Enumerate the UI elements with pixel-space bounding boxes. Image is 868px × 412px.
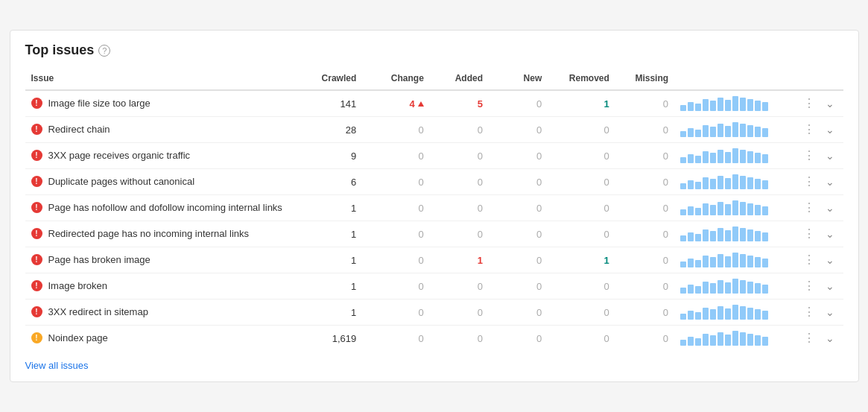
bar-segment [717,150,723,163]
new-value: 0 [489,117,548,143]
bar-segment [747,308,753,320]
bar-segment [703,99,709,111]
issue-name: Image file size too large [48,97,151,110]
bar-segment [740,202,746,215]
issue-type-icon: ! [31,202,42,213]
expand-button[interactable]: ⌄ [823,96,837,111]
bar-segment [747,282,753,294]
bar-segment [762,128,768,137]
error-icon: ! [31,98,42,109]
bar-segment [695,234,701,241]
removed-value: 1 [548,90,615,117]
bar-segment [747,256,753,267]
bar-segment [703,229,709,241]
issue-cell: ! Redirected page has no incoming intern… [31,227,289,241]
new-value: 0 [489,326,548,352]
bar-segment [695,208,701,215]
missing-value: 0 [615,143,674,169]
row-actions: ⋮ ⌄ [788,90,843,117]
bar-segment [755,101,761,111]
expand-button[interactable]: ⌄ [823,226,837,241]
more-options-button[interactable]: ⋮ [800,96,818,111]
bar-segment [740,254,746,267]
bar-segment [703,282,709,294]
bar-chart-container [680,331,782,346]
expand-button[interactable]: ⌄ [823,331,837,346]
new-number: 0 [536,333,542,344]
expand-button[interactable]: ⌄ [823,279,837,294]
removed-number: 0 [604,203,609,214]
col-header-missing: Missing [615,69,674,90]
added-number: 0 [478,203,483,214]
more-options-button[interactable]: ⋮ [800,174,818,189]
sparkline-chart [674,326,788,352]
issue-name: 3XX redirect in sitemap [48,305,148,319]
actions-cell: ⋮ ⌄ [793,305,837,320]
error-icon: ! [31,150,42,161]
row-actions: ⋮ ⌄ [788,221,843,247]
change-value: 0 [362,247,430,273]
more-options-button[interactable]: ⋮ [800,305,818,320]
bar-segment [680,209,686,215]
removed-value: 0 [548,117,615,143]
issues-table: Issue Crawled Change Added New Removed M… [25,69,843,351]
change-value: 0 [362,143,430,169]
help-icon[interactable]: ? [98,45,110,57]
crawled-value: 1 [295,247,363,273]
crawled-value: 1 [295,221,363,247]
issue-name: 3XX page receives organic traffic [48,149,191,162]
added-value: 0 [430,117,489,143]
bar-segment [747,229,753,241]
table-header: Issue Crawled Change Added New Removed M… [25,69,843,90]
removed-number: 0 [604,333,609,344]
more-options-button[interactable]: ⋮ [800,253,818,267]
expand-button[interactable]: ⌄ [823,148,837,163]
missing-value: 0 [615,117,674,143]
more-options-button[interactable]: ⋮ [800,122,818,137]
new-value: 0 [489,143,548,169]
expand-button[interactable]: ⌄ [823,122,837,137]
view-all-link[interactable]: View all issues [25,360,89,371]
error-icon: ! [31,306,42,317]
bar-segment [710,309,716,320]
issue-type-icon: ! [31,280,42,291]
bar-segment [755,309,761,320]
more-options-button[interactable]: ⋮ [800,226,818,241]
expand-button[interactable]: ⌄ [823,174,837,189]
bar-chart-container [680,226,782,241]
bar-segment [695,104,701,111]
actions-cell: ⋮ ⌄ [793,174,837,189]
bar-segment [755,335,761,346]
actions-cell: ⋮ ⌄ [793,148,837,163]
expand-button[interactable]: ⌄ [823,253,837,267]
issue-type-icon: ! [31,306,42,317]
missing-number: 0 [663,98,668,110]
added-value: 0 [430,195,489,221]
more-options-button[interactable]: ⋮ [800,148,818,163]
new-number: 0 [536,281,542,292]
issue-type-icon: ! [31,98,42,109]
removed-number: 0 [604,307,609,318]
bar-segment [703,177,709,189]
table-row: ! Image file size too large 14145010 ⋮ ⌄ [25,90,843,117]
bar-segment [732,96,738,111]
bar-chart-container [680,200,782,215]
bar-segment [717,306,723,320]
new-value: 0 [489,273,548,300]
bar-segment [695,286,701,294]
table-row: ! 3XX page receives organic traffic 9000… [25,143,843,169]
bar-segment [688,259,694,267]
error-icon: ! [31,202,42,213]
more-options-button[interactable]: ⋮ [800,279,818,294]
expand-button[interactable]: ⌄ [823,305,837,320]
expand-button[interactable]: ⌄ [823,200,837,215]
bar-chart-container [680,253,782,267]
bar-segment [717,332,723,346]
more-options-button[interactable]: ⋮ [800,200,818,215]
more-options-button[interactable]: ⋮ [800,331,818,346]
change-number: 0 [419,150,424,162]
bar-segment [725,100,731,111]
missing-number: 0 [663,124,668,136]
added-number: 0 [478,177,483,188]
issue-type-icon: ! [31,124,42,135]
